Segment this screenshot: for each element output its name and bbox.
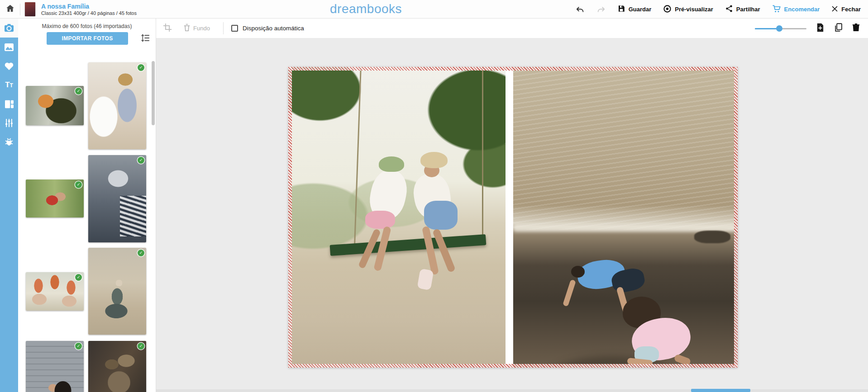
image-icon [4,43,14,52]
canvas-horizontal-scrollbar[interactable] [156,389,868,392]
page-spread[interactable] [288,67,738,368]
photo-thumbnail[interactable]: ✓ [26,341,84,392]
sort-icon [141,36,150,43]
photo-thumbnail[interactable]: ✓ [88,155,146,242]
preview-button[interactable]: Pré-visualizar [663,5,713,14]
crop-button[interactable] [163,19,172,38]
duplicate-page-button[interactable] [834,23,843,34]
photo-limit-text: Máximo de 600 fotos (46 importadas) [18,23,156,29]
photo-panel-scrollbar[interactable] [152,61,155,125]
selected-check-icon: ✓ [75,274,82,281]
photo-thumbnail[interactable]: ✓ [88,62,146,149]
selected-check-icon: ✓ [75,88,82,94]
add-page-icon [816,23,825,34]
remove-background-button[interactable]: Fundo [183,19,210,38]
camera-icon [4,24,14,33]
layout-icon [5,100,14,109]
bug-icon [5,137,14,146]
sort-photos-button[interactable] [141,34,150,44]
home-button[interactable] [0,4,20,15]
zoom-slider[interactable] [755,25,806,32]
editor-canvas[interactable] [156,38,868,392]
topbar-actions: Guardar Pré-visualizar Partilhar Encomen… [576,0,861,19]
crop-icon [163,23,172,34]
save-button[interactable]: Guardar [617,5,652,14]
copy-icon [834,23,843,34]
share-button[interactable]: Partilhar [725,5,760,14]
selected-check-icon: ✓ [75,181,82,188]
text-icon: TT [5,80,13,90]
project-info: A nossa Família Classic 23x31 400gr / 40… [41,3,137,16]
save-label: Guardar [629,6,652,13]
undo-button[interactable] [576,6,585,13]
dreambooks-logo: dreambooks [330,2,402,16]
trash-icon [183,24,191,33]
redo-icon [596,6,606,13]
selected-check-icon: ✓ [138,250,144,256]
redo-button[interactable] [596,6,606,13]
close-icon [831,5,838,14]
save-icon [617,5,625,14]
preview-label: Pré-visualizar [675,6,713,13]
book-cover-thumbnail[interactable] [25,2,35,16]
preview-icon [663,5,672,14]
spread-photo-right[interactable] [513,67,738,368]
sliders-icon [5,118,14,128]
photo-thumbnail[interactable]: ✓ [88,341,146,392]
home-icon [5,4,15,15]
spread-photo-left[interactable] [288,67,506,368]
sidebar-item-favorites[interactable] [0,57,18,76]
sidebar-item-photos[interactable] [0,19,18,38]
selected-check-icon: ✓ [75,343,82,349]
canvas-toolbar-right [755,19,860,38]
close-label: Fechar [841,6,861,13]
topbar: A nossa Família Classic 23x31 400gr / 40… [0,0,868,19]
project-subtitle: Classic 23x31 400gr / 40 páginas / 45 fo… [41,10,137,16]
photo-panel: Máximo de 600 fotos (46 importadas) IMPO… [18,19,156,392]
share-label: Partilhar [736,6,760,13]
undo-icon [576,6,585,13]
zoom-slider-fill [755,28,779,29]
selected-check-icon: ✓ [138,157,144,164]
auto-layout-label: Disposição automática [243,25,304,32]
delete-icon [852,23,860,33]
background-label: Fundo [193,25,210,32]
photo-thumbnail[interactable]: ✓ [26,179,84,217]
sidebar-item-layouts[interactable] [0,94,18,113]
selected-check-icon: ✓ [138,64,144,71]
delete-page-button[interactable] [852,23,860,33]
import-photos-button[interactable]: IMPORTAR FOTOS [47,32,128,45]
order-button[interactable]: Encomendar [772,5,820,14]
canvas-scrollbar-thumb[interactable] [691,389,750,392]
zoom-slider-thumb[interactable] [776,25,782,32]
project-title: A nossa Família [41,3,137,10]
canvas-toolbar: Fundo Disposição automática [156,19,868,38]
add-page-button[interactable] [816,23,825,34]
sidebar-item-adjustments[interactable] [0,113,18,132]
photo-thumbnail[interactable]: ✓ [26,86,84,125]
share-icon [725,5,733,14]
tool-sidebar: TT [0,19,18,392]
heart-icon [4,61,14,71]
order-label: Encomendar [784,6,820,13]
toolbar-divider [223,22,224,34]
photo-thumbnail[interactable]: ✓ [26,272,84,311]
selected-check-icon: ✓ [138,343,144,349]
sidebar-item-backgrounds[interactable] [0,38,18,57]
cart-icon [772,5,781,14]
sidebar-item-text[interactable]: TT [0,76,18,94]
auto-layout-toggle[interactable]: Disposição automática [231,19,304,38]
auto-layout-checkbox[interactable] [231,25,238,32]
close-button[interactable]: Fechar [831,5,861,14]
photo-thumbnail[interactable]: ✓ [88,248,146,335]
topbar-left: A nossa Família Classic 23x31 400gr / 40… [0,0,137,19]
topbar-divider [20,4,20,15]
sidebar-item-cliparts[interactable] [0,132,18,151]
spread-spine [506,67,513,368]
